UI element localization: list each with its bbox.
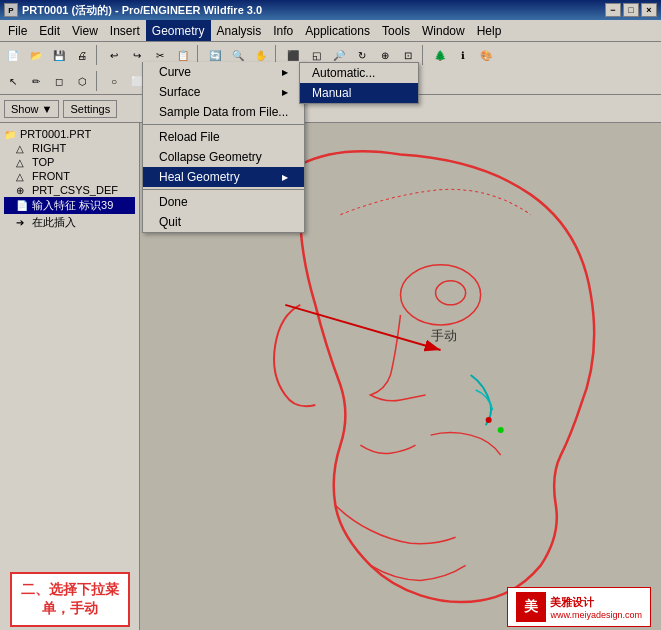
info-btn2[interactable]: ℹ (452, 44, 474, 66)
menu-info[interactable]: Info (267, 20, 299, 41)
menu-item-quit[interactable]: Quit (143, 212, 304, 232)
menu-item-surface[interactable]: Surface ▶ (143, 82, 304, 102)
svg-point-0 (401, 265, 481, 325)
tree-item-label: 在此插入 (32, 215, 76, 230)
tree-item-label: PRT_CSYS_DEF (32, 184, 118, 196)
watermark: 美 美雅设计 www.meiyadesign.com (507, 587, 651, 627)
menu-file[interactable]: File (2, 20, 33, 41)
sample-label: Sample Data from File... (159, 105, 288, 119)
menu-item-sample[interactable]: Sample Data from File... (143, 102, 304, 122)
annotation-text: 二、选择下拉菜单，手动 (21, 581, 119, 617)
tree-item-front[interactable]: △ FRONT (4, 169, 135, 183)
tree-item-csys[interactable]: ⊕ PRT_CSYS_DEF (4, 183, 135, 197)
watermark-logo: 美 (516, 592, 546, 622)
app-icon: P (4, 3, 18, 17)
titlebar: P PRT0001 (活动的) - Pro/ENGINEER Wildfire … (0, 0, 661, 20)
menu-view[interactable]: View (66, 20, 104, 41)
menu-item-done[interactable]: Done (143, 192, 304, 212)
show-label: Show ▼ (11, 103, 52, 115)
window-controls: − □ × (605, 3, 657, 17)
tree-item-feature[interactable]: 📄 输入特征 标识39 (4, 197, 135, 214)
menu-item-collapse[interactable]: Collapse Geometry (143, 147, 304, 167)
watermark-line2: www.meiyadesign.com (550, 610, 642, 620)
sep1 (96, 45, 100, 65)
menu-analysis[interactable]: Analysis (211, 20, 268, 41)
menu-item-reload[interactable]: Reload File (143, 127, 304, 147)
menu-applications[interactable]: Applications (299, 20, 376, 41)
print-button[interactable]: 🖨 (71, 44, 93, 66)
svg-point-1 (436, 281, 466, 305)
menubar: File Edit View Insert Geometry Analysis … (0, 20, 661, 42)
heal-submenu: Automatic... Manual (299, 62, 419, 104)
reload-label: Reload File (159, 130, 220, 144)
model-tree: 📁 PRT0001.PRT △ RIGHT △ TOP △ FRONT ⊕ PR… (0, 123, 139, 562)
left-panel: 📁 PRT0001.PRT △ RIGHT △ TOP △ FRONT ⊕ PR… (0, 123, 140, 630)
select-btn[interactable]: ↖ (2, 70, 24, 92)
heal-arrow: ▶ (282, 173, 288, 182)
curve-label: Curve (159, 65, 191, 79)
manual-label: Manual (312, 86, 351, 100)
svg-line-4 (285, 305, 440, 350)
datum-plane-icon3: △ (16, 171, 30, 182)
watermark-line1: 美雅设计 (550, 595, 642, 610)
settings-button[interactable]: Settings (63, 100, 117, 118)
svg-text:手动: 手动 (431, 328, 457, 343)
geometry-dropdown: Curve ▶ Surface ▶ Sample Data from File.… (142, 62, 305, 233)
separator-1 (143, 124, 304, 125)
feature-btn[interactable]: ⬡ (71, 70, 93, 92)
menu-geometry[interactable]: Geometry (146, 20, 211, 41)
menu-tools[interactable]: Tools (376, 20, 416, 41)
menu-item-heal[interactable]: Heal Geometry ▶ (143, 167, 304, 187)
surface-arrow: ▶ (282, 88, 288, 97)
tree-item-insert[interactable]: ➔ 在此插入 (4, 214, 135, 231)
svg-point-3 (486, 417, 492, 423)
close-button[interactable]: × (641, 3, 657, 17)
watermark-text-block: 美雅设计 www.meiyadesign.com (550, 595, 642, 620)
tree-item-label: 输入特征 标识39 (32, 198, 113, 213)
heal-item-automatic[interactable]: Automatic... (300, 63, 418, 83)
done-label: Done (159, 195, 188, 209)
window-title: PRT0001 (活动的) - Pro/ENGINEER Wildfire 3.… (22, 3, 605, 18)
surface-label: Surface (159, 85, 200, 99)
heal-item-manual[interactable]: Manual (300, 83, 418, 103)
sketch-btn[interactable]: ✏ (25, 70, 47, 92)
tree-item-right[interactable]: △ RIGHT (4, 141, 135, 155)
heal-label: Heal Geometry (159, 170, 240, 184)
tree-item-root[interactable]: 📁 PRT0001.PRT (4, 127, 135, 141)
tree-item-label: TOP (32, 156, 54, 168)
sep4 (422, 45, 426, 65)
svg-point-2 (498, 427, 504, 433)
menu-insert[interactable]: Insert (104, 20, 146, 41)
quit-label: Quit (159, 215, 181, 229)
feature-icon: 📄 (16, 200, 30, 211)
curve-arrow: ▶ (282, 68, 288, 77)
datum-btn[interactable]: ◻ (48, 70, 70, 92)
datum-plane-icon: △ (16, 143, 30, 154)
spin-btn2[interactable]: ○ (103, 70, 125, 92)
menu-window[interactable]: Window (416, 20, 471, 41)
model-tree-button[interactable]: 🌲 (429, 44, 451, 66)
save-button[interactable]: 💾 (48, 44, 70, 66)
undo-button[interactable]: ↩ (103, 44, 125, 66)
menu-item-curve[interactable]: Curve ▶ (143, 62, 304, 82)
tree-item-label: RIGHT (32, 142, 66, 154)
insert-arrow-icon: ➔ (16, 217, 30, 228)
folder-icon: 📁 (4, 129, 18, 140)
minimize-button[interactable]: − (605, 3, 621, 17)
tree-item-top[interactable]: △ TOP (4, 155, 135, 169)
show-button[interactable]: Show ▼ (4, 100, 59, 118)
maximize-button[interactable]: □ (623, 3, 639, 17)
collapse-label: Collapse Geometry (159, 150, 262, 164)
settings-label: Settings (70, 103, 110, 115)
annotation-box: 二、选择下拉菜单，手动 (10, 572, 130, 627)
main-area: 📁 PRT0001.PRT △ RIGHT △ TOP △ FRONT ⊕ PR… (0, 123, 661, 630)
new-button[interactable]: 📄 (2, 44, 24, 66)
tree-item-label: PRT0001.PRT (20, 128, 91, 140)
open-button[interactable]: 📂 (25, 44, 47, 66)
sep5 (96, 71, 100, 91)
menu-edit[interactable]: Edit (33, 20, 66, 41)
automatic-label: Automatic... (312, 66, 375, 80)
tree-item-label: FRONT (32, 170, 70, 182)
color-button[interactable]: 🎨 (475, 44, 497, 66)
menu-help[interactable]: Help (471, 20, 508, 41)
